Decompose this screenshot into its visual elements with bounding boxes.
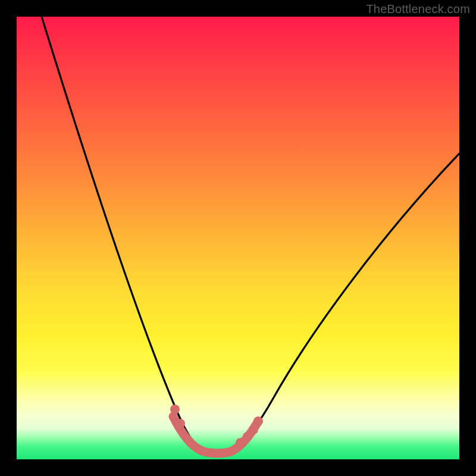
bottleneck-curve-line (42, 17, 459, 453)
marker-dot (253, 416, 263, 426)
plot-area (17, 17, 459, 459)
marker-dot (249, 425, 258, 434)
marker-dot (170, 405, 180, 414)
watermark-text: TheBottleneck.com (366, 2, 470, 16)
bottleneck-curve-svg (17, 17, 459, 459)
marker-dot (176, 419, 185, 428)
